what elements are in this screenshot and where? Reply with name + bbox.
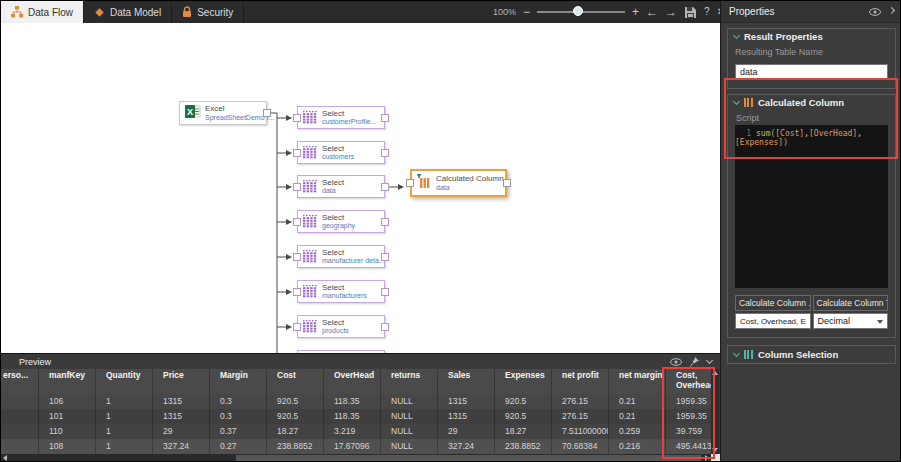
- column-header[interactable]: Cost, Overhead,...: [666, 369, 712, 394]
- column-name-input[interactable]: [735, 313, 811, 329]
- column-header[interactable]: erso...: [1, 369, 39, 394]
- result-properties-section: Result Properties Resulting Table Name: [727, 28, 896, 89]
- input-port[interactable]: [293, 323, 301, 331]
- table-cell: 118.35: [324, 394, 381, 409]
- table-cell: 238.8852: [267, 439, 324, 454]
- table-cell: 108: [39, 439, 96, 454]
- column-header[interactable]: net margin: [609, 369, 666, 394]
- column-selection-section-header[interactable]: Column Selection: [728, 346, 895, 363]
- table-cell: [1, 424, 39, 439]
- table-cell: 1: [96, 439, 153, 454]
- table-cell: 0.21: [609, 409, 666, 424]
- select-node-customerProfile[interactable]: SelectcustomerProfile...: [297, 106, 385, 129]
- column-header[interactable]: Margin: [210, 369, 267, 394]
- zoom-slider-thumb[interactable]: [573, 6, 583, 16]
- chevron-down-icon: [733, 98, 740, 105]
- column-header[interactable]: Expenses: [495, 369, 552, 394]
- table-cell: 1: [96, 394, 153, 409]
- redo-button[interactable]: →: [665, 1, 677, 23]
- table-cell: 0.21: [609, 394, 666, 409]
- resulting-table-name-input[interactable]: [735, 64, 888, 80]
- calculated-column-section: Calculated Column Script 1sum([Cost],[Ov…: [727, 94, 896, 338]
- scroll-right-icon[interactable]: [705, 455, 709, 461]
- zoom-in-button[interactable]: +: [632, 1, 639, 23]
- output-port[interactable]: [381, 323, 389, 331]
- output-port[interactable]: [381, 183, 389, 191]
- tab-label: Security: [197, 7, 233, 18]
- input-port[interactable]: [293, 114, 301, 122]
- collapse-preview-icon[interactable]: [706, 357, 713, 364]
- preview-panel: Preview erso...manfKeyQuantityPriceMargi…: [1, 353, 720, 462]
- result-properties-section-header[interactable]: Result Properties: [728, 29, 895, 44]
- select-node-customers[interactable]: Selectcustomers: [297, 141, 385, 164]
- eye-icon[interactable]: [670, 358, 682, 366]
- preview-horizontal-scrollbar[interactable]: [1, 454, 711, 462]
- table-row[interactable]: 101113150.3920.5118.35NULL1315920.5276.1…: [1, 409, 711, 424]
- zoom-slider[interactable]: [537, 1, 625, 23]
- calculate-column-name-button[interactable]: Calculate Column ...: [735, 295, 811, 311]
- output-port[interactable]: [381, 149, 389, 157]
- tab-data-model[interactable]: Data Model: [84, 1, 172, 23]
- table-cell: NULL: [381, 439, 438, 454]
- column-header[interactable]: net profit: [552, 369, 609, 394]
- collapse-panel-icon[interactable]: [888, 7, 895, 14]
- table-cell: [1, 439, 39, 454]
- script-editor[interactable]: 1sum([Cost],[OverHead],[Expenses]): [735, 125, 888, 288]
- input-port[interactable]: [406, 179, 414, 187]
- column-header[interactable]: manfKey: [39, 369, 96, 394]
- pin-icon[interactable]: [690, 357, 699, 367]
- undo-button[interactable]: ←: [646, 1, 658, 23]
- scroll-down-icon[interactable]: [712, 448, 718, 452]
- calculate-column-type-button[interactable]: Calculate Column T...: [813, 295, 889, 311]
- scroll-up-icon[interactable]: [712, 371, 718, 375]
- node-subtitle: customerProfile...: [322, 118, 376, 126]
- output-port[interactable]: [381, 288, 389, 296]
- select-node-geography[interactable]: Selectgeography: [297, 210, 385, 233]
- calculated-column-node[interactable]: Calculated Column... data: [410, 169, 507, 197]
- output-port[interactable]: [503, 179, 511, 187]
- table-row[interactable]: 1101290.3718.273.219NULL2918.277.5110000…: [1, 424, 711, 439]
- table-row[interactable]: 106113150.3920.5118.35NULL1315920.5276.1…: [1, 394, 711, 409]
- column-header[interactable]: Sales: [438, 369, 495, 394]
- data-flow-canvas[interactable]: X Excel SpreadSheetDemo I... Selectcusto…: [1, 23, 720, 353]
- table-cell: NULL: [381, 394, 438, 409]
- tab-security[interactable]: Security: [172, 1, 244, 23]
- input-port[interactable]: [293, 218, 301, 226]
- eye-icon[interactable]: [869, 8, 881, 16]
- column-header[interactable]: returns: [381, 369, 438, 394]
- save-icon[interactable]: [684, 6, 697, 19]
- column-type-dropdown[interactable]: Decimal: [813, 313, 889, 329]
- output-port[interactable]: [381, 253, 389, 261]
- help-button[interactable]: ?: [704, 1, 710, 23]
- chevron-down-icon: [733, 32, 740, 39]
- tab-label: Data Model: [110, 7, 161, 18]
- scroll-left-icon[interactable]: [3, 455, 7, 461]
- select-node-products[interactable]: Selectproducts: [297, 315, 385, 338]
- column-selection-section: Column Selection: [727, 345, 896, 364]
- calculated-column-section-header[interactable]: Calculated Column: [728, 95, 895, 110]
- output-port[interactable]: [381, 114, 389, 122]
- tab-data-flow[interactable]: Data Flow: [1, 1, 84, 23]
- column-header[interactable]: Quantity: [96, 369, 153, 394]
- output-port[interactable]: [381, 218, 389, 226]
- column-header[interactable]: Price: [153, 369, 210, 394]
- security-lock-icon: [182, 6, 192, 18]
- excel-source-node[interactable]: X Excel SpreadSheetDemo I...: [179, 101, 267, 125]
- table-cell: 920.5: [267, 394, 324, 409]
- column-header[interactable]: OverHead: [324, 369, 381, 394]
- hscroll-thumb[interactable]: [236, 455, 701, 462]
- column-header[interactable]: Cost: [267, 369, 324, 394]
- input-port[interactable]: [293, 183, 301, 191]
- select-node-manufacturers[interactable]: Selectmanufacturers: [297, 280, 385, 303]
- output-port[interactable]: [263, 109, 271, 117]
- table-row[interactable]: 1081327.240.27238.885217.67096NULL327.24…: [1, 439, 711, 454]
- input-port[interactable]: [293, 149, 301, 157]
- select-node-manufacturer-deta[interactable]: Selectmanufacturer deta...: [297, 245, 385, 268]
- input-port[interactable]: [293, 288, 301, 296]
- preview-table[interactable]: erso...manfKeyQuantityPriceMarginCostOve…: [1, 369, 711, 454]
- input-port[interactable]: [293, 253, 301, 261]
- table-cell: 238.8852: [495, 439, 552, 454]
- preview-vertical-scrollbar[interactable]: [711, 369, 719, 454]
- zoom-out-button[interactable]: −: [523, 1, 530, 23]
- select-node-data[interactable]: Selectdata: [297, 175, 385, 198]
